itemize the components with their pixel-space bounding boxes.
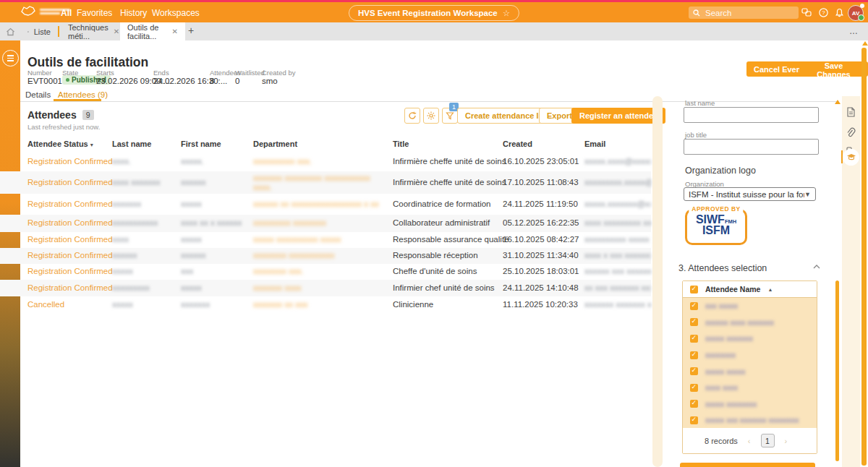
table-row[interactable]: Registration Confirmed xxxxxxxxx xxxxx x…	[0, 280, 651, 296]
last-name-field-label: last name	[685, 99, 715, 107]
nav-all[interactable]: All	[61, 8, 72, 18]
attendee-status[interactable]: Registration Confirmed	[27, 267, 109, 276]
education-tool-button[interactable]	[843, 149, 859, 166]
col-email[interactable]: Email	[584, 140, 605, 148]
attendee-status[interactable]: Registration Confirmed	[27, 157, 109, 166]
department-link-redacted[interactable]: xxxxxx xx xxxxxxxxxxxxxxxxx x xx	[253, 200, 387, 209]
selection-row[interactable]: xxx xxxxx	[683, 298, 817, 314]
col-department[interactable]: Department	[253, 140, 297, 148]
refresh-button[interactable]	[404, 108, 420, 124]
table-row[interactable]: Registration Confirmed xxxxx xxx xxxxxxx…	[0, 264, 651, 280]
workspace-pill[interactable]: HVS Event Registration Workspace ☆	[349, 5, 519, 21]
close-icon[interactable]: ✕	[114, 27, 119, 35]
attendee-status[interactable]: Registration Confirmed	[27, 218, 109, 228]
record-tab-attendees[interactable]: Attendees (9)	[58, 90, 108, 99]
collapse-chevron-icon[interactable]	[813, 265, 820, 269]
search-input[interactable]	[704, 8, 786, 18]
tab-liste[interactable]: Liste	[20, 22, 58, 40]
attendee-status[interactable]: Registration Confirmed	[27, 178, 109, 187]
more-tabs-button[interactable]: …	[849, 26, 859, 36]
table-row[interactable]: Registration Confirmed xxxxxx xxxxxx xxx…	[0, 248, 651, 264]
checkbox-checked[interactable]	[690, 400, 698, 408]
checkbox-checked[interactable]	[690, 302, 698, 310]
panel-scrollbar[interactable]	[835, 280, 839, 461]
selection-row[interactable]: xxxx xxxx	[683, 380, 817, 396]
nav-workspaces[interactable]: Workspaces	[152, 8, 200, 18]
attendee-status[interactable]: Cancelled	[27, 300, 109, 309]
checkbox-checked[interactable]	[690, 335, 698, 343]
organization-select[interactable]: ISFM - Institut suisse pour la formatio.…	[684, 187, 816, 201]
selection-row[interactable]: xxxxxxxx	[683, 347, 817, 364]
help-icon[interactable]: ?	[819, 8, 828, 17]
document-icon[interactable]	[846, 107, 856, 117]
checkbox-checked[interactable]	[690, 367, 698, 375]
table-row[interactable]: Registration Confirmed xxxx xxxxxxx xxxx…	[0, 171, 651, 194]
last-name-field[interactable]	[684, 107, 819, 123]
tab-techniques[interactable]: Techniques méti... ✕	[61, 22, 120, 40]
global-search[interactable]	[689, 7, 799, 19]
star-icon[interactable]: ☆	[503, 8, 510, 18]
selection-row[interactable]: xxxxx xxxxxxx	[683, 330, 817, 347]
select-all-checkbox[interactable]	[690, 286, 698, 294]
panel-scroll-up-arrow[interactable]	[835, 100, 841, 104]
col-first-name[interactable]: First name	[181, 140, 221, 148]
col-title[interactable]: Title	[393, 140, 409, 148]
paperclip-icon[interactable]	[846, 127, 856, 137]
settings-button[interactable]	[423, 108, 439, 124]
table-row[interactable]: Cancelled xxxxx xxxxxxx xxxxxxx xx xxx C…	[0, 296, 651, 314]
department-link-redacted[interactable]: xxxxxxx xxxx	[253, 283, 387, 293]
department-link-redacted[interactable]: xxxxxxxxxx xxx.	[253, 157, 387, 166]
tab-outils-active[interactable]: Outils de facilita... ✕	[120, 22, 185, 40]
selection-column-label[interactable]: Attendee Name	[705, 285, 760, 294]
sort-asc-icon: ▲	[767, 287, 773, 292]
selection-row[interactable]: xxxxxx xxxx xxxxxxx	[683, 314, 817, 331]
col-created[interactable]: Created	[503, 140, 532, 148]
register-attendee-button[interactable]: Register an attendee	[571, 108, 665, 124]
selection-row[interactable]: xxxxx xxxxxxxx	[683, 396, 817, 413]
checkbox-checked[interactable]	[690, 384, 698, 392]
notifications-bell-icon[interactable]	[835, 8, 844, 17]
rail-menu-button[interactable]	[2, 50, 19, 67]
save-changes-button[interactable]: Save Changes	[799, 61, 868, 77]
close-icon[interactable]: ✕	[172, 27, 178, 35]
main-scrollbar[interactable]	[861, 48, 867, 466]
attendee-status[interactable]: Registration Confirmed	[27, 283, 109, 293]
selection-header[interactable]: Attendee Name ▲	[683, 281, 817, 298]
selection-row[interactable]: xxxxx xxx xxxxxxx xxxxxxxx	[683, 412, 817, 429]
connect-chat-icon[interactable]	[801, 8, 812, 17]
nav-favorites[interactable]: Favorites	[77, 8, 112, 18]
new-tab-button[interactable]: +	[188, 25, 194, 36]
record-tab-details[interactable]: Details	[25, 90, 51, 99]
home-button[interactable]	[0, 22, 20, 40]
department-link-redacted[interactable]: xxxxxxxxx xxxxxxxx	[253, 218, 387, 228]
col-last-name[interactable]: Last name	[112, 140, 151, 148]
main-scroll-up-arrow[interactable]	[862, 41, 868, 46]
filter-icon	[446, 111, 454, 120]
table-row[interactable]: Registration Confirmed xxxx xxxxx xxxxx …	[0, 232, 651, 248]
department-link-redacted[interactable]: xxxxx xxxxxxxxxx xxxxx	[253, 235, 387, 244]
cutoff-button-edge[interactable]	[680, 463, 815, 467]
table-row[interactable]: Registration Confirmed xxxxxxx xxxxx xxx…	[0, 194, 651, 215]
attendee-status[interactable]: Registration Confirmed	[27, 200, 109, 209]
selection-row[interactable]: xxxxx xxxxx	[683, 363, 817, 380]
nav-history[interactable]: History	[120, 8, 147, 18]
created-timestamp: 16.10.2025 08:42:27	[503, 235, 582, 244]
checkbox-checked[interactable]	[690, 318, 698, 326]
checkbox-checked[interactable]	[690, 416, 698, 424]
page-next-icon[interactable]: ›	[785, 437, 788, 445]
job-title-field[interactable]	[684, 139, 819, 155]
table-row[interactable]: Registration Confirmed xxxx. xxxxx. xxxx…	[0, 153, 651, 171]
department-link-redacted[interactable]: xxxxxxxx xxx.	[253, 267, 387, 276]
attendee-status[interactable]: Registration Confirmed	[27, 251, 109, 260]
department-link-redacted[interactable]: xxxxxxx xx xxx	[253, 300, 387, 309]
page-prev-icon[interactable]: ‹	[748, 437, 751, 445]
attendee-status[interactable]: Registration Confirmed	[27, 235, 109, 244]
email-redacted: xxxxxxxxx.xxxxx@xxxxx.xx	[584, 178, 651, 187]
page-number-button[interactable]: 1	[761, 434, 775, 447]
table-row[interactable]: Registration Confirmed xxxxxxxxxxx xxxx …	[0, 215, 651, 232]
department-link-redacted[interactable]: xxxxxxxx xxxxxxxxxxx	[253, 251, 387, 260]
checkbox-checked[interactable]	[690, 351, 698, 359]
col-attendee-status[interactable]: Attendee Status ▾	[27, 140, 93, 148]
user-avatar[interactable]: AV	[848, 5, 864, 21]
department-link-redacted[interactable]: xxxxxxx xxxxxxxxx xxxxxxxxxxx xxxx.	[253, 173, 387, 192]
